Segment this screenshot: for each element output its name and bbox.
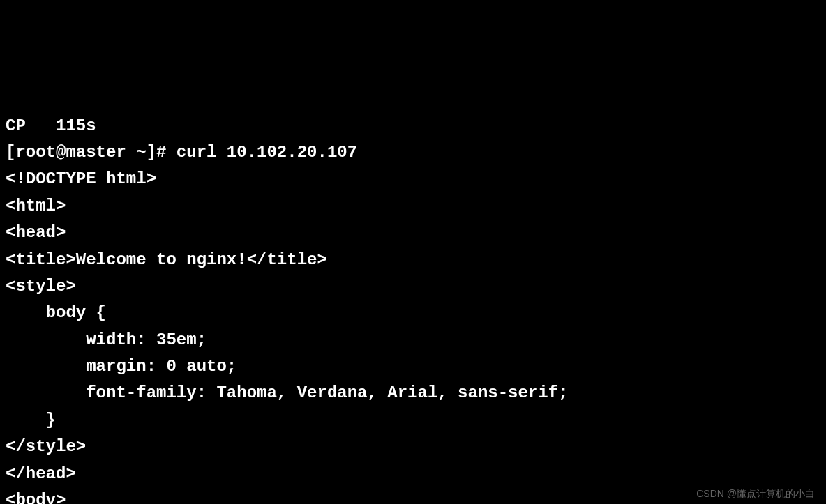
- terminal-line: width: 35em;: [6, 327, 820, 353]
- terminal-line: body {: [6, 300, 820, 326]
- terminal-line: <!DOCTYPE html>: [6, 166, 820, 192]
- terminal-line: <html>: [6, 193, 820, 220]
- terminal-line: font-family: Tahoma, Verdana, Arial, san…: [6, 380, 820, 406]
- terminal-line: }: [6, 407, 820, 434]
- terminal-line: <head>: [6, 220, 820, 246]
- terminal-line: </style>: [6, 434, 820, 460]
- terminal-line: <style>: [6, 273, 820, 300]
- terminal-line: <title>Welcome to nginx!</title>: [6, 247, 820, 273]
- terminal-line: CP 115s: [6, 113, 820, 139]
- terminal-line: </head>: [6, 461, 820, 487]
- watermark-text: CSDN @懂点计算机的小白: [696, 486, 815, 501]
- terminal-output[interactable]: CP 115s[root@master ~]# curl 10.102.20.1…: [6, 113, 820, 504]
- terminal-line: [root@master ~]# curl 10.102.20.107: [6, 139, 820, 166]
- terminal-line: margin: 0 auto;: [6, 353, 820, 380]
